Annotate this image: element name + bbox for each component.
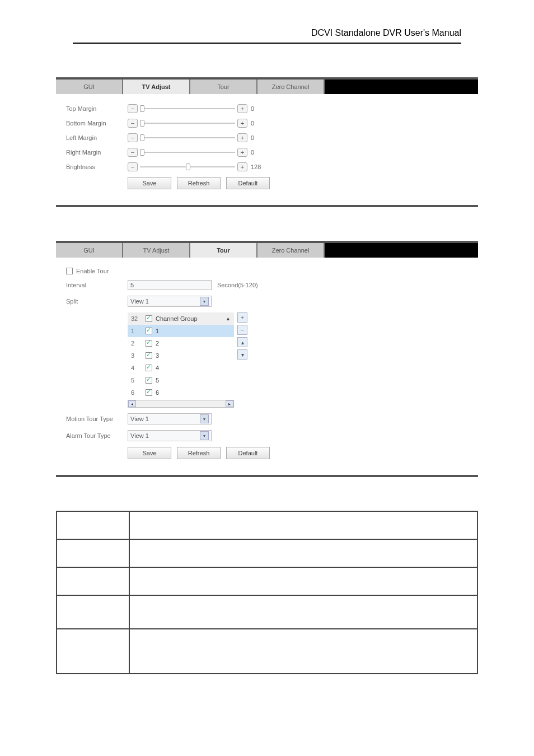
tab-tour[interactable]: Tour: [190, 80, 257, 94]
table-cell: [129, 629, 477, 674]
refresh-button[interactable]: Refresh: [177, 447, 221, 459]
motion-tour-value: View 1: [130, 416, 149, 422]
channel-group-list: + − ▴ ▾ 32 Channel Group ▲ 1 1 2: [128, 312, 234, 408]
list-item-checkbox[interactable]: [146, 365, 152, 371]
value-top-margin: 0: [251, 105, 254, 112]
interval-input[interactable]: [128, 280, 212, 290]
tab-zero-channel[interactable]: Zero Channel: [257, 80, 325, 94]
list-h-scrollbar[interactable]: ◂ ▸: [128, 400, 234, 408]
minus-button[interactable]: −: [128, 119, 138, 128]
save-button[interactable]: Save: [128, 447, 171, 459]
panel-tour: GUI TV Adjust Tour Zero Channel Enable T…: [56, 241, 478, 477]
tabbar-tv: GUI TV Adjust Tour Zero Channel: [56, 80, 478, 94]
value-right-margin: 0: [251, 149, 254, 156]
select-all-checkbox[interactable]: [146, 315, 152, 322]
table-cell: [129, 511, 477, 539]
list-item-label: 4: [156, 365, 159, 371]
label-top-margin: Top Margin: [66, 105, 128, 112]
table-cell: [129, 539, 477, 567]
table-row: [57, 567, 477, 595]
label-motion-tour-type: Motion Tour Type: [66, 416, 128, 422]
label-interval: Interval: [66, 282, 128, 288]
tab-gui[interactable]: GUI: [56, 243, 123, 258]
list-item-checkbox[interactable]: [146, 389, 152, 396]
remove-group-button[interactable]: −: [237, 325, 247, 335]
tabbar-filler: [325, 243, 478, 258]
plus-button[interactable]: +: [237, 148, 247, 157]
list-item-index: 1: [131, 328, 146, 334]
alarm-tour-value: View 1: [130, 432, 149, 439]
list-item-checkbox[interactable]: [146, 352, 152, 359]
minus-button[interactable]: −: [128, 148, 138, 157]
list-item[interactable]: 4 4: [128, 362, 234, 374]
list-item[interactable]: 5 5: [128, 374, 234, 386]
tabbar-tour: GUI TV Adjust Tour Zero Channel: [56, 243, 478, 258]
list-item-index: 4: [131, 365, 146, 371]
slider-right-margin[interactable]: [140, 152, 235, 153]
tab-zero-channel[interactable]: Zero Channel: [257, 243, 325, 258]
scroll-left-icon[interactable]: ◂: [128, 400, 136, 407]
list-item[interactable]: 2 2: [128, 337, 234, 349]
channel-group-count: 32: [131, 315, 146, 322]
default-button[interactable]: Default: [226, 447, 270, 459]
table-row: [57, 629, 477, 674]
plus-button[interactable]: +: [237, 162, 247, 171]
label-alarm-tour-type: Alarm Tour Type: [66, 432, 128, 439]
refresh-button[interactable]: Refresh: [177, 177, 221, 189]
list-item-label: 3: [156, 352, 159, 359]
panel-tv-adjust: GUI TV Adjust Tour Zero Channel Top Marg…: [56, 77, 478, 207]
list-item-index: 2: [131, 340, 146, 347]
list-item-index: 5: [131, 377, 146, 384]
tab-gui[interactable]: GUI: [56, 80, 123, 94]
move-up-button[interactable]: ▴: [237, 337, 247, 347]
list-item-label: 5: [156, 377, 159, 384]
table-cell: [57, 629, 129, 674]
list-item-checkbox[interactable]: [146, 328, 152, 334]
slider-bottom-margin[interactable]: [140, 123, 235, 124]
slider-brightness[interactable]: [140, 166, 235, 167]
minus-button[interactable]: −: [128, 162, 138, 171]
param-table: [56, 511, 478, 674]
list-item[interactable]: 1 1: [128, 325, 234, 337]
list-item-label: 1: [156, 328, 159, 334]
alarm-tour-select[interactable]: View 1 ▾: [128, 430, 212, 441]
move-down-button[interactable]: ▾: [237, 349, 247, 360]
enable-tour-checkbox[interactable]: [66, 268, 73, 274]
label-split: Split: [66, 298, 128, 305]
list-item-checkbox[interactable]: [146, 377, 152, 384]
minus-button[interactable]: −: [128, 104, 138, 113]
list-item-label: 6: [156, 389, 159, 396]
channel-group-header: 32 Channel Group ▲: [128, 312, 234, 325]
minus-button[interactable]: −: [128, 133, 138, 142]
scroll-right-icon[interactable]: ▸: [226, 400, 233, 407]
plus-button[interactable]: +: [237, 133, 247, 142]
list-item[interactable]: 6 6: [128, 386, 234, 399]
table-cell: [129, 567, 477, 595]
add-group-button[interactable]: +: [237, 312, 247, 323]
table-cell: [57, 595, 129, 629]
value-bottom-margin: 0: [251, 120, 254, 127]
page-title: DCVI Standalone DVR User's Manual: [56, 28, 478, 38]
save-button[interactable]: Save: [128, 177, 171, 189]
chevron-down-icon: ▾: [200, 297, 209, 306]
default-button[interactable]: Default: [226, 177, 270, 189]
tab-tv-adjust[interactable]: TV Adjust: [123, 80, 190, 94]
slider-top-margin[interactable]: [140, 108, 235, 109]
plus-button[interactable]: +: [237, 119, 247, 128]
tab-tv-adjust[interactable]: TV Adjust: [123, 243, 190, 258]
list-item-label: 2: [156, 340, 159, 347]
list-item-index: 6: [131, 389, 146, 396]
list-item[interactable]: 3 3: [128, 349, 234, 362]
table-row: [57, 539, 477, 567]
slider-left-margin[interactable]: [140, 137, 235, 138]
motion-tour-select[interactable]: View 1 ▾: [128, 413, 212, 424]
split-select[interactable]: View 1 ▾: [128, 296, 212, 307]
label-brightness: Brightness: [66, 164, 128, 170]
list-item-checkbox[interactable]: [146, 340, 152, 347]
table-cell: [57, 511, 129, 539]
table-cell: [57, 539, 129, 567]
tab-tour[interactable]: Tour: [190, 243, 257, 258]
plus-button[interactable]: +: [237, 104, 247, 113]
table-cell: [129, 595, 477, 629]
chevron-down-icon: ▾: [200, 414, 209, 423]
